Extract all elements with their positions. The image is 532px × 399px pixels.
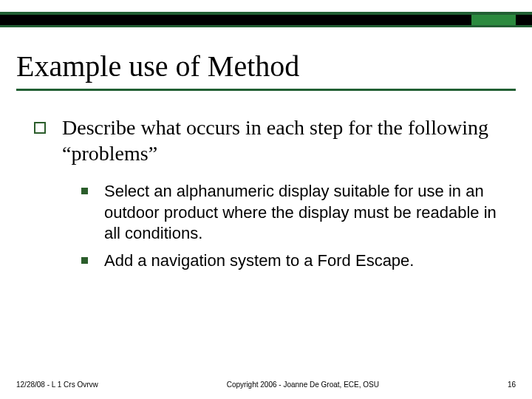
title-bar-decoration xyxy=(0,12,532,27)
bullet-level-2: Add a navigation system to a Ford Escape… xyxy=(81,250,502,272)
bullet-level-2: Select an alphanumeric display suitable … xyxy=(81,181,502,245)
bullet-level-2-text: Select an alphanumeric display suitable … xyxy=(104,181,502,245)
footer-page-number: 16 xyxy=(508,381,516,389)
footer-center: Copyright 2006 - Joanne De Groat, ECE, O… xyxy=(98,381,508,389)
footer-left: 12/28/08 - L 1 Crs Ovrvw xyxy=(16,381,98,389)
top-accent-thick xyxy=(0,15,532,25)
title-underline xyxy=(16,89,516,91)
bullet-level-1: Describe what occurs in each step for th… xyxy=(34,115,502,166)
square-open-bullet-icon xyxy=(34,122,46,134)
slide-title: Example use of Method xyxy=(16,49,299,83)
bullet-level-2-group: Select an alphanumeric display suitable … xyxy=(81,181,502,271)
bullet-level-2-text: Add a navigation system to a Ford Escape… xyxy=(104,250,414,272)
top-accent-bottom xyxy=(0,25,532,27)
top-accent-green-block xyxy=(471,15,516,25)
bullet-level-1-text: Describe what occurs in each step for th… xyxy=(62,115,502,166)
slide-body: Describe what occurs in each step for th… xyxy=(34,115,502,277)
square-solid-bullet-icon xyxy=(81,257,88,264)
square-solid-bullet-icon xyxy=(81,188,88,194)
slide-footer: 12/28/08 - L 1 Crs Ovrvw Copyright 2006 … xyxy=(16,381,516,389)
